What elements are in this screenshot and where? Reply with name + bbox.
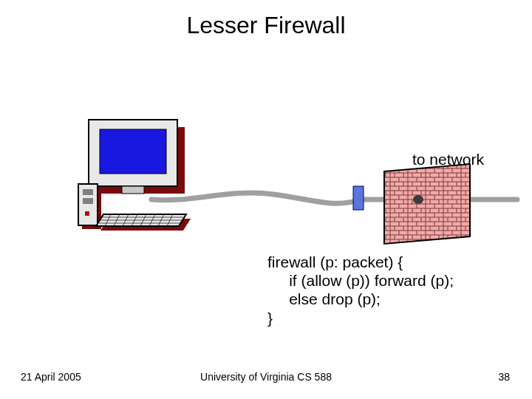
- computer-icon: [78, 120, 191, 231]
- svg-point-29: [413, 195, 423, 204]
- svg-rect-8: [85, 211, 89, 216]
- svg-rect-3: [122, 186, 144, 194]
- footer-source: University of Virginia CS 588: [0, 371, 532, 383]
- svg-rect-2: [100, 129, 166, 174]
- brick-wall-icon: [384, 164, 470, 244]
- firewall-pseudocode: firewall (p: packet) { if (allow (p)) fo…: [267, 253, 454, 327]
- svg-rect-7: [83, 198, 93, 204]
- code-line-2: if (allow (p)) forward (p);: [267, 272, 454, 289]
- code-line-3: else drop (p);: [267, 290, 381, 307]
- footer-page-number: 38: [498, 371, 510, 383]
- code-line-1: firewall (p: packet) {: [267, 253, 403, 270]
- svg-rect-6: [83, 189, 93, 195]
- to-network-label: to network: [412, 151, 484, 168]
- svg-marker-28: [384, 164, 470, 244]
- code-line-4: }: [267, 310, 273, 327]
- network-node-icon: [353, 186, 364, 210]
- diagram-canvas: [0, 0, 532, 399]
